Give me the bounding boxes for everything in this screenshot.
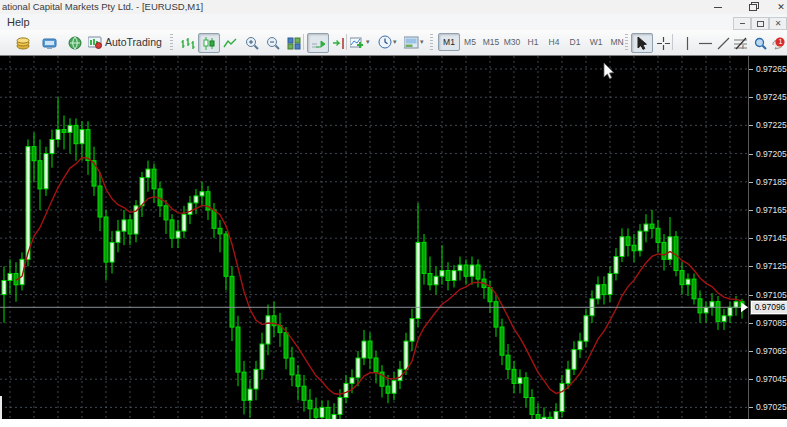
axis-tick xyxy=(749,210,753,211)
svg-text:1: 1 xyxy=(779,38,783,45)
price-axis-label: 0.97185 xyxy=(756,177,787,187)
auto-scroll-button[interactable] xyxy=(307,33,329,53)
minimize-button[interactable] xyxy=(705,0,731,14)
toolbar-separator xyxy=(346,34,347,50)
cursor-icon xyxy=(637,36,648,50)
autotrading-button[interactable]: AutoTrading xyxy=(88,33,162,51)
axis-tick xyxy=(749,379,753,380)
child-minimize-button[interactable] xyxy=(733,17,751,30)
toolbar-separator xyxy=(672,34,673,50)
candlestick-chart-button[interactable] xyxy=(198,33,220,53)
timeframe-button-h1[interactable]: H1 xyxy=(522,33,544,51)
bar-chart-icon xyxy=(181,37,195,50)
toolbar-grip[interactable] xyxy=(170,34,173,50)
dropdown-caret-icon: ▾ xyxy=(366,38,370,46)
price-axis-label: 0.97245 xyxy=(756,92,787,102)
price-axis-label: 0.97065 xyxy=(756,346,787,356)
axis-tick xyxy=(749,154,753,155)
window-title: ational Capital Markets Pty Ltd. - [EURU… xyxy=(2,0,203,14)
price-axis-label: 0.97205 xyxy=(756,149,787,159)
menu-bar: Help ✕ xyxy=(0,14,787,31)
new-order-icon xyxy=(16,37,31,50)
child-close-button[interactable]: ✕ xyxy=(769,17,787,30)
axis-tick xyxy=(749,125,753,126)
clock-icon xyxy=(378,35,392,49)
tile-windows-button[interactable] xyxy=(283,33,305,53)
axis-tick xyxy=(749,182,753,183)
bar-chart-button[interactable] xyxy=(177,33,199,53)
menu-item-help[interactable]: Help xyxy=(3,15,34,29)
restore-button[interactable] xyxy=(740,0,766,14)
templates-icon xyxy=(404,36,419,49)
crosshair-tool-button[interactable] xyxy=(652,33,674,53)
zoom-out-button[interactable] xyxy=(262,33,284,53)
mt4-window: { "window": { "title": "ational Capital … xyxy=(0,0,787,427)
axis-tick xyxy=(749,407,753,408)
timeframe-button-m1[interactable]: M1 xyxy=(438,33,460,51)
close-icon: ✕ xyxy=(777,2,785,12)
templates-button[interactable]: ▾ xyxy=(404,33,424,51)
close-button[interactable]: ✕ xyxy=(768,0,787,14)
community-button[interactable] xyxy=(64,33,86,53)
screenshot-cutoff-strip xyxy=(0,419,787,427)
autotrading-label: AutoTrading xyxy=(105,36,162,48)
timeframe-button-m5[interactable]: M5 xyxy=(459,33,481,51)
price-axis-label: 0.97145 xyxy=(756,233,787,243)
line-chart-button[interactable] xyxy=(219,33,241,53)
axis-tick xyxy=(749,351,753,352)
axis-tick xyxy=(749,266,753,267)
timeframe-button-m30[interactable]: M30 xyxy=(501,33,523,51)
timeframe-button-w1[interactable]: W1 xyxy=(585,33,607,51)
price-axis-label: 0.97045 xyxy=(756,374,787,384)
cropped-toolbar-icon xyxy=(0,33,6,53)
auto-scroll-icon xyxy=(311,37,325,50)
price-axis-label: 0.97025 xyxy=(756,402,787,412)
magnifier-icon xyxy=(754,37,767,50)
price-axis-label: 0.97165 xyxy=(756,205,787,215)
chart-window: 0.972650.972450.972250.972050.971850.971… xyxy=(0,55,787,420)
timeframe-button-d1[interactable]: D1 xyxy=(564,33,586,51)
child-restore-icon xyxy=(757,21,764,27)
toolbar-grip[interactable] xyxy=(625,34,628,50)
zoom-in-icon xyxy=(245,36,259,50)
indicators-icon xyxy=(350,36,365,49)
vertical-line-icon xyxy=(682,37,693,50)
price-axis-label: 0.97265 xyxy=(756,64,787,74)
indicators-button[interactable]: ▾ xyxy=(350,33,370,51)
cursor-tool-button[interactable] xyxy=(631,33,653,53)
axis-tick xyxy=(749,295,753,296)
trendline-icon xyxy=(717,37,730,50)
child-restore-button[interactable] xyxy=(751,17,769,30)
periods-button[interactable]: ▾ xyxy=(378,33,397,51)
globe-icon xyxy=(68,36,82,50)
toolbar-separator xyxy=(303,34,304,50)
red-badge-icon: 1 xyxy=(771,36,785,50)
tile-windows-icon xyxy=(287,37,301,50)
notification-button[interactable]: 1 xyxy=(767,33,787,53)
toolbar-grip[interactable] xyxy=(430,34,433,50)
new-order-button[interactable] xyxy=(12,33,34,53)
fibonacci-icon: f xyxy=(734,37,748,50)
horizontal-line-icon xyxy=(699,38,712,49)
metaeditor-button[interactable] xyxy=(38,33,60,53)
toolbar: AutoTrading ▾ ▾ ▾ M1M5M15M30H1H4D1W1MN xyxy=(0,30,787,56)
mouse-cursor-icon xyxy=(603,62,616,81)
svg-text:f: f xyxy=(742,44,744,50)
price-axis-label: 0.97225 xyxy=(756,120,787,130)
price-axis-label: 0.97085 xyxy=(756,318,787,328)
axis-tick xyxy=(749,97,753,98)
timeframe-button-h4[interactable]: H4 xyxy=(543,33,565,51)
child-minimize-icon xyxy=(740,23,745,24)
dropdown-caret-icon: ▾ xyxy=(393,38,397,46)
metaeditor-icon xyxy=(42,37,57,50)
restore-icon xyxy=(749,4,757,11)
chart-plot-area[interactable] xyxy=(0,56,748,420)
window-edge-artifact xyxy=(0,396,2,420)
candlestick-chart-icon xyxy=(202,37,216,50)
price-axis-label: 0.97125 xyxy=(756,261,787,271)
line-chart-icon xyxy=(223,37,237,50)
timeframe-button-m15[interactable]: M15 xyxy=(480,33,502,51)
price-axis-label: 0.97105 xyxy=(756,290,787,300)
zoom-in-button[interactable] xyxy=(241,33,263,53)
candlestick-chart xyxy=(0,56,748,420)
